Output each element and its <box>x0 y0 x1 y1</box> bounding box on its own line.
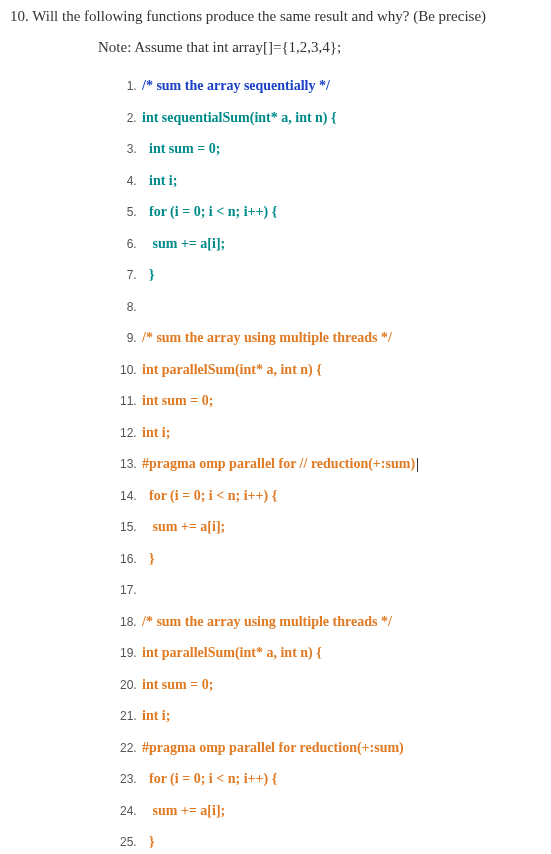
code-text: sum += a[i]; <box>142 803 225 818</box>
code-text: } <box>142 267 155 282</box>
code-text: #pragma omp parallel for reduction(+:sum… <box>142 740 404 755</box>
code-text <box>142 299 146 314</box>
code-text: for (i = 0; i < n; i++) { <box>142 771 277 786</box>
code-line: int i; <box>140 165 541 197</box>
code-text: /* sum the array using multiple threads … <box>142 614 392 629</box>
code-line: /* sum the array sequentially */ <box>140 70 541 102</box>
code-text: #pragma omp parallel for // reduction(+:… <box>142 456 415 471</box>
code-line: /* sum the array using multiple threads … <box>140 606 541 638</box>
code-text: for (i = 0; i < n; i++) { <box>142 204 277 219</box>
code-line: int parallelSum(int* a, int n) { <box>140 354 541 386</box>
code-line: } <box>140 543 541 575</box>
code-line: sum += a[i]; <box>140 228 541 260</box>
code-text <box>142 582 146 597</box>
code-text: int sum = 0; <box>142 393 213 408</box>
code-line: sum += a[i]; <box>140 795 541 827</box>
code-text: for (i = 0; i < n; i++) { <box>142 488 277 503</box>
code-text: int i; <box>142 425 170 440</box>
code-text: int parallelSum(int* a, int n) { <box>142 645 322 660</box>
code-listing: /* sum the array sequentially */int sequ… <box>120 70 541 854</box>
code-line: int sum = 0; <box>140 669 541 701</box>
code-text: int i; <box>142 708 170 723</box>
text-caret <box>417 458 418 472</box>
code-line: int i; <box>140 700 541 732</box>
code-line: for (i = 0; i < n; i++) { <box>140 763 541 795</box>
code-text: sum += a[i]; <box>142 236 225 251</box>
code-text: int parallelSum(int* a, int n) { <box>142 362 322 377</box>
code-text: int sum = 0; <box>142 141 220 156</box>
code-line: /* sum the array using multiple threads … <box>140 322 541 354</box>
code-line: int sequentialSum(int* a, int n) { <box>140 102 541 134</box>
code-line: } <box>140 826 541 854</box>
code-text: /* sum the array using multiple threads … <box>142 330 392 345</box>
code-text: } <box>142 834 155 849</box>
code-line: int i; <box>140 417 541 449</box>
code-line: sum += a[i]; <box>140 511 541 543</box>
code-line: int parallelSum(int* a, int n) { <box>140 637 541 669</box>
page: 10. Will the following functions produce… <box>0 0 551 854</box>
code-line: #pragma omp parallel for reduction(+:sum… <box>140 732 541 764</box>
code-line <box>140 291 541 323</box>
code-line: #pragma omp parallel for // reduction(+:… <box>140 448 541 480</box>
code-text: int sequentialSum(int* a, int n) { <box>142 110 337 125</box>
code-line: } <box>140 259 541 291</box>
code-text: } <box>142 551 155 566</box>
code-line: for (i = 0; i < n; i++) { <box>140 196 541 228</box>
code-line: for (i = 0; i < n; i++) { <box>140 480 541 512</box>
code-text: int i; <box>142 173 177 188</box>
code-text: int sum = 0; <box>142 677 213 692</box>
code-line: int sum = 0; <box>140 385 541 417</box>
code-text: /* sum the array sequentially */ <box>142 78 330 93</box>
question-prompt: 10. Will the following functions produce… <box>10 8 541 25</box>
question-note: Note: Assume that int array[]={1,2,3,4}; <box>98 39 541 56</box>
code-line <box>140 574 541 606</box>
code-text: sum += a[i]; <box>142 519 225 534</box>
code-line: int sum = 0; <box>140 133 541 165</box>
